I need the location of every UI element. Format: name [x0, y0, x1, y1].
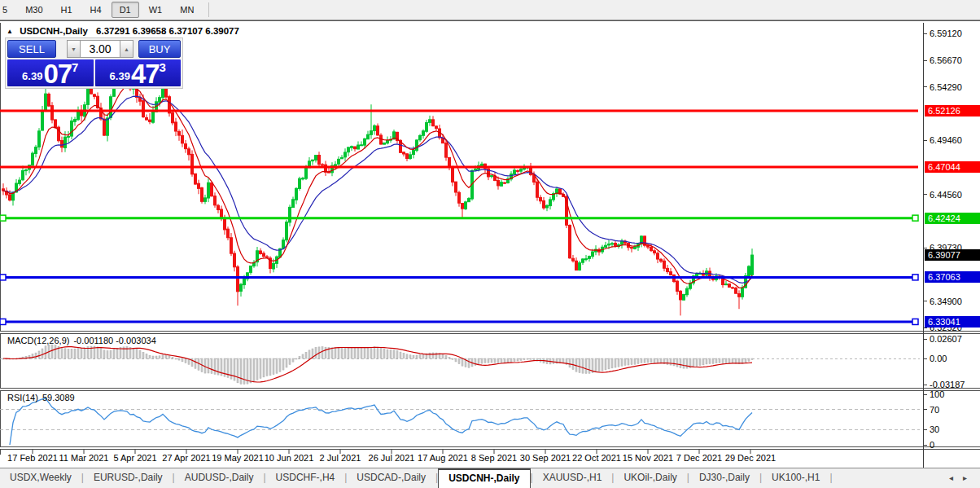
volume-decrease-button[interactable]: ▼ — [67, 40, 81, 58]
buy-button[interactable]: BUY — [138, 40, 181, 58]
chart-tab-audusd-daily[interactable]: AUDUSD-,Daily — [175, 468, 264, 487]
date-label: 7 Dec 2021 — [676, 453, 722, 463]
axis-tick — [924, 429, 927, 430]
chart-title: ▲ USDCNH-,Daily 6.37291 6.39658 6.37107 … — [7, 26, 239, 36]
date-label: 10 Jun 2021 — [265, 453, 314, 463]
tab-scroll-left-icon[interactable]: ◂ — [949, 473, 953, 482]
axis-tick — [924, 86, 927, 87]
chart-tab-usdchf-h4[interactable]: USDCHF-,H4 — [266, 468, 345, 487]
panel-divider-bottom[interactable] — [0, 446, 980, 450]
chart-tab-usdcad-daily[interactable]: USDCAD-,Daily — [347, 468, 435, 487]
date-label: 26 Jul 2021 — [369, 453, 415, 463]
chart-tab-eurusd-daily[interactable]: EURUSD-,Daily — [84, 468, 173, 487]
axis-price-label: 6.49460 — [930, 135, 962, 145]
sell-price-pip: 7 — [72, 60, 78, 74]
timeframe-button-h4[interactable]: H4 — [82, 2, 110, 18]
date-label: 19 May 2021 — [212, 453, 264, 463]
price-line-label-6.52126: 6.52126 — [925, 105, 980, 117]
macd-axis-label: -0.03187 — [930, 380, 965, 389]
axis-tick — [924, 409, 927, 410]
price-line-label-6.47044: 6.47044 — [925, 161, 980, 173]
line-handle[interactable] — [0, 215, 6, 221]
tab-scroll-arrows: ◂▸ — [949, 468, 980, 482]
axis-tick — [924, 394, 927, 395]
price-line-label-6.37063: 6.37063 — [925, 271, 980, 283]
chart-tab-bar: USDX,Weekly|EURUSD-,Daily|AUDUSD-,Daily|… — [0, 468, 980, 488]
sell-button[interactable]: SELL — [7, 40, 56, 58]
axis-tick — [924, 358, 927, 359]
line-handle[interactable] — [912, 319, 918, 324]
toolbar-separator — [208, 2, 209, 17]
line-handle[interactable] — [912, 215, 918, 221]
axis-tick — [924, 445, 927, 446]
timeframe-button-d1[interactable]: D1 — [112, 2, 139, 18]
buy-price-main: 47 — [131, 62, 160, 86]
timeframe-button-h1[interactable]: H1 — [53, 2, 81, 18]
buy-price-pip: 3 — [160, 60, 166, 74]
chart-tab-usdcnh-daily[interactable]: USDCNH-,Daily — [438, 468, 530, 488]
volume-input[interactable]: 3.00 — [81, 40, 120, 58]
sell-price-main: 07 — [43, 62, 72, 86]
rsi-line — [10, 398, 752, 445]
rsi-axis-label: 70 — [930, 405, 939, 415]
date-label: 8 Sep 2021 — [471, 453, 517, 463]
date-label: 29 Dec 2021 — [725, 453, 776, 463]
timeframe-button-5[interactable]: 5 — [0, 2, 15, 18]
rsi-axis-label: 0 — [930, 440, 934, 450]
chart-ohlc-values: 6.37291 6.39658 6.37107 6.39077 — [96, 26, 239, 36]
volume-increase-button[interactable]: ▲ — [120, 40, 133, 58]
chart-tab-uk100-h1[interactable]: UK100-,H1 — [762, 468, 829, 487]
macd-histogram — [2, 345, 753, 385]
sell-price-prefix: 6.39 — [22, 70, 42, 82]
timeframe-toolbar: 5M30H1H4D1W1MN — [0, 0, 980, 20]
chart-tab-xauusd-h1[interactable]: XAUUSD-,H1 — [533, 468, 612, 487]
panel-divider-rsi[interactable] — [0, 388, 980, 391]
chart-tab-usdx-weekly[interactable]: USDX,Weekly — [0, 468, 81, 487]
ma-fast-line — [3, 86, 752, 288]
axis-tick — [924, 385, 927, 385]
rsi-value: 59.3089 — [42, 393, 75, 402]
rsi-indicator-label: RSI(14)59.3089 — [7, 393, 79, 402]
macd-indicator-label: MACD(12,26,9)-0.001180 -0.003034 — [7, 336, 160, 345]
macd-values: -0.001180 -0.003034 — [73, 336, 155, 345]
date-label: 30 Sep 2021 — [520, 453, 571, 463]
line-handle[interactable] — [0, 275, 6, 280]
trading-terminal-window: 5M30H1H4D1W1MN ▲ USDCNH-,Daily 6.37291 6… — [0, 0, 980, 488]
axis-price-label: 6.44560 — [930, 190, 962, 200]
sell-price-box[interactable]: 6.39 07 7 — [7, 59, 94, 86]
date-label: 15 Nov 2021 — [623, 453, 673, 463]
tab-scroll-right-icon[interactable]: ▸ — [963, 473, 967, 482]
date-label: 11 Mar 2021 — [59, 453, 109, 463]
axis-tick — [924, 33, 927, 34]
macd-axis-label: 0.02607 — [930, 334, 962, 344]
axis-tick — [924, 140, 927, 141]
rsi-axis-label: 100 — [930, 389, 944, 399]
rsi-name: RSI(14) — [7, 393, 38, 402]
chart-tab-ukoil-daily[interactable]: UKOil-,Daily — [614, 468, 686, 487]
line-handle[interactable] — [912, 275, 918, 280]
timeframe-button-w1[interactable]: W1 — [141, 2, 171, 18]
chart-tab-dj30-daily[interactable]: DJ30-,Daily — [689, 468, 759, 487]
price-axis[interactable]: 6.591206.566706.542906.494606.445606.397… — [923, 23, 980, 473]
axis-price-label: 6.34900 — [930, 297, 962, 306]
date-label: 17 Aug 2021 — [418, 453, 468, 463]
date-label: 2 Jul 2021 — [320, 453, 361, 463]
axis-tick — [924, 339, 927, 340]
buy-price-box[interactable]: 6.39 47 3 — [95, 59, 182, 86]
axis-tick — [924, 60, 927, 61]
price-line-label-6.42424: 6.42424 — [925, 213, 980, 224]
axis-tick — [924, 248, 927, 248]
timeframe-button-mn[interactable]: MN — [172, 2, 202, 18]
current-price-label: 6.39077 — [925, 249, 980, 261]
date-axis[interactable]: 17 Feb 202111 Mar 20215 Apr 202127 Apr 2… — [0, 451, 923, 464]
panel-divider-macd[interactable] — [0, 331, 980, 334]
chart-window: ▲ USDCNH-,Daily 6.37291 6.39658 6.37107 … — [0, 20, 980, 488]
date-label: 17 Feb 2021 — [7, 453, 58, 463]
line-handle[interactable] — [0, 319, 6, 324]
one-click-trade-panel: SELL ▼ 3.00 ▲ BUY 6.39 07 7 6.39 47 3 — [5, 37, 183, 89]
macd-name: MACD(12,26,9) — [7, 336, 69, 345]
collapse-triangle-icon[interactable]: ▲ — [7, 28, 13, 35]
axis-tick — [924, 301, 927, 301]
timeframe-button-m30[interactable]: M30 — [17, 2, 50, 18]
macd-axis-label: 0.00 — [930, 354, 947, 363]
